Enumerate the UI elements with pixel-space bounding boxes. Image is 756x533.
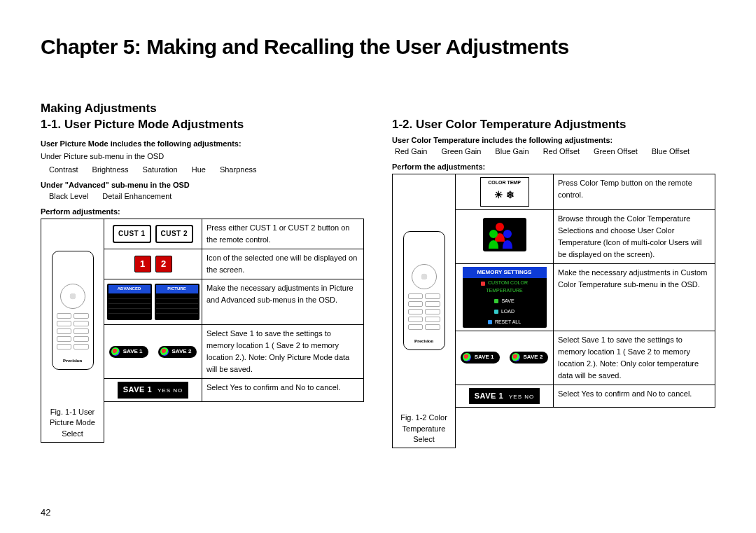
advanced-osd-icon: ADVANCED (107, 284, 152, 320)
perform-the-adjustments-label: Perform the adjustments: (392, 162, 715, 171)
making-adjustments-heading: Making Adjustments (41, 101, 364, 116)
cust2-button-icon: CUST 2 (155, 225, 194, 243)
under-picture-label: Under Picture sub-menu in the OSD (41, 151, 364, 163)
ct-items: Red GainGreen GainBlue GainRed OffsetGre… (395, 147, 715, 155)
memory-settings-osd-icon: MEMORY SETTINGS CUSTOM COLOR TEMPERATURE… (463, 267, 547, 328)
multi-color-users-icon (483, 218, 526, 251)
save1-pill-icon: SAVE 1 (461, 352, 500, 363)
section-1-1-heading: 1-1. User Picture Mode Adjustments (41, 117, 364, 132)
figure-1-2-caption: Fig. 1-2 Color Temperature Select (396, 410, 452, 445)
page-number: 42 (41, 507, 50, 518)
svg-point-0 (496, 223, 504, 231)
under-advanced-label: Under "Advanced" sub-menu in the OSD (41, 181, 364, 189)
save1-pill-icon: SAVE 1 (109, 346, 148, 357)
save-confirm-bar-icon: SAVE 1YES NO (469, 388, 540, 404)
step-text: Select Yes to confirm and No to cancel. (554, 385, 715, 407)
color-temp-button-icon: COLOR TEMP ☀ ❄ (480, 177, 529, 207)
icon-2: 2 (155, 256, 172, 272)
section-1-2-heading: 1-2. User Color Temperature Adjustments (392, 117, 715, 132)
remote-control-icon: Precision (52, 251, 94, 370)
left-column: Making Adjustments 1-1. User Picture Mod… (41, 101, 364, 443)
figure-1-1-caption: Fig. 1-1 User Picture Mode Select (44, 404, 101, 439)
save2-pill-icon: SAVE 2 (510, 352, 549, 363)
icon-1: 1 (134, 256, 151, 272)
user-ct-intro: User Color Temperature includes the foll… (392, 136, 715, 144)
svg-point-2 (503, 230, 512, 238)
picture-osd-icon: PICTURE (155, 284, 200, 320)
perform-adjustments-label: Perform adjustments: (41, 207, 364, 216)
save2-pill-icon: SAVE 2 (158, 346, 197, 357)
step-text: Press Color Temp button on the remote co… (554, 174, 715, 210)
step-text: Select Save 1 to save the settings to me… (202, 325, 364, 379)
step-text: Make the necessary adjustments in Custom… (554, 263, 715, 331)
step-text: Icon of the selected one will be display… (202, 249, 364, 279)
svg-point-1 (489, 230, 498, 238)
step-text: Select Save 1 to save the settings to me… (554, 331, 715, 385)
advanced-items: Black LevelDetail Enhancement (49, 192, 364, 200)
step-text: Press either CUST 1 or CUST 2 button on … (202, 219, 364, 249)
step-text: Make the necessary adjustments in Pictur… (202, 279, 364, 325)
cust1-button-icon: CUST 1 (113, 225, 151, 243)
steps-table-left: Precision CUST 1 CUST 2 Press either CUS… (41, 219, 364, 443)
step-text: Select Yes to confirm and No to cancel. (202, 379, 364, 401)
user-picture-intro: User Picture Mode includes the following… (41, 139, 364, 148)
picture-items: ContrastBrightnessSaturationHueSharpness (49, 165, 364, 174)
steps-table-right: Precision COLOR TEMP ☀ ❄ Press Color Tem… (392, 174, 715, 448)
remote-control-icon: Precision (403, 231, 445, 350)
right-column: 1-2. User Color Temperature Adjustments … (392, 101, 715, 448)
chapter-title: Chapter 5: Making and Recalling the User… (41, 35, 715, 59)
step-text: Browse through the Color Temperature Sel… (554, 209, 715, 263)
save-confirm-bar-icon: SAVE 1YES NO (118, 382, 189, 398)
